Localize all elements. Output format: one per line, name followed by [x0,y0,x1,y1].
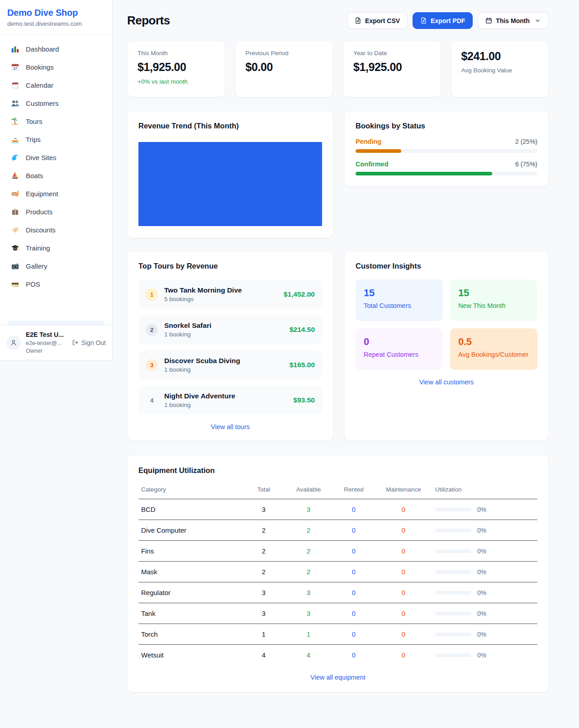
utilization-bar-track [435,508,471,511]
rented-cell: 0 [333,499,375,520]
table-row: BCD 3 3 0 0 0% [138,499,537,520]
tour-name: Discover Scuba Diving [164,357,240,365]
status-label: Confirmed [356,161,389,168]
utilization-cell: 0% [432,624,537,645]
view-all-equipment-link[interactable]: View all equipment [138,674,537,681]
status-bar-fill [356,149,401,153]
user-name: E2E Test U... [26,331,64,339]
category-cell: Dive Computer [138,520,243,541]
sidebar-item-label: Boats [26,172,43,180]
insight-tile-new-this-month: 15 New This Month [450,279,537,321]
sidebar-item-bookings[interactable]: 17 Bookings [5,58,107,76]
period-dropdown[interactable]: This Month [478,12,549,29]
status-bar-fill [356,172,492,175]
sidebar-item-pos[interactable]: POS [5,275,107,293]
export-csv-button[interactable]: Export CSV [347,12,408,29]
stat-value: $241.00 [461,50,539,63]
sign-out-label: Sign Out [81,339,106,346]
maintenance-cell: 0 [375,541,432,562]
utilization-cell: 0% [432,582,537,603]
category-cell: Torch [138,624,243,645]
sidebar-item-equipment[interactable]: Equipment [5,184,107,203]
sidebar: Demo Dive Shop demo.test.divestreams.com… [0,0,113,360]
user-section: E2E Test U... e2e-tester@... Owner Sign … [0,325,112,360]
equipment-utilization-title: Equipment Utilization [138,466,537,475]
equipment-utilization-card: Equipment Utilization Category Total Ava… [127,455,549,692]
graduation-cap-icon [10,243,20,252]
total-cell: 3 [243,603,284,624]
tile-label: Avg Bookings/Customer [458,351,529,358]
utilization-percent: 0% [477,652,486,659]
utilization-cell: 0% [432,541,537,562]
sidebar-item-gallery[interactable]: Gallery [5,257,107,275]
file-download-icon [420,17,427,24]
rented-cell: 0 [333,582,375,603]
user-email: e2e-tester@... [26,340,64,347]
revenue-trend-title: Revenue Trend (This Month) [138,122,322,130]
utilization-cell: 0% [432,520,537,541]
sidebar-item-dive-sites[interactable]: Dive Sites [5,148,107,166]
stat-label: Year to Date [353,50,431,57]
camera-icon [10,261,20,270]
sidebar-item-boats[interactable]: Boats [5,166,107,184]
category-cell: Mask [138,562,243,582]
utilization-percent: 0% [477,548,486,555]
sidebar-item-trips[interactable]: Trips [5,130,107,148]
export-pdf-button[interactable]: Export PDF [413,12,473,29]
header-actions: Export CSV Export PDF This Month [347,12,549,29]
tour-bookings: 5 bookings [164,296,242,303]
stat-card-previous-period: Previous Period $0.00 [235,41,333,97]
sidebar-item-products[interactable]: Products [5,203,107,221]
available-cell: 2 [284,520,333,541]
person-icon [10,339,17,346]
category-cell: Tank [138,603,243,624]
sidebar-item-label: Discounts [26,226,56,234]
insights-row: Top Tours by Revenue 1 Two Tank Morning … [127,251,549,441]
top-tours-title: Top Tours by Revenue [138,262,322,270]
stat-change: +0% vs last month [138,78,215,85]
tile-label: Total Customers [364,302,435,309]
page-header: Reports Export CSV Export PDF This Month [127,12,549,29]
sidebar-item-customers[interactable]: Customers [5,94,107,112]
table-row: Dive Computer 2 2 0 0 0% [138,520,537,541]
stat-card-this-month: This Month $1,925.00 +0% vs last month [127,41,225,97]
package-icon [10,207,20,216]
insight-tile-avg-bookings: 0.5 Avg Bookings/Customer [450,328,537,370]
sidebar-item-label: Tours [26,118,43,125]
view-all-customers-link[interactable]: View all customers [356,378,537,386]
sidebar-item-label: Trips [26,136,41,143]
insight-grid: 15 Total Customers 15 New This Month 0 R… [356,279,537,370]
logout-icon [72,339,79,346]
column-header-total: Total [243,482,284,499]
maintenance-cell: 0 [375,645,432,666]
tour-revenue: $214.50 [290,326,315,334]
total-cell: 1 [243,624,284,645]
status-bar-track [356,172,537,175]
maintenance-cell: 0 [375,520,432,541]
tour-bookings: 1 booking [164,331,211,338]
sidebar-item-discounts[interactable]: Discounts [5,221,107,239]
sidebar-item-training[interactable]: Training [5,239,107,257]
sidebar-item-dashboard[interactable]: Dashboard [5,40,107,58]
table-row: Fins 2 2 0 0 0% [138,541,537,562]
status-value: 6 (75%) [515,161,537,168]
table-row: Tank 3 3 0 0 0% [138,603,537,624]
total-cell: 2 [243,541,284,562]
sidebar-item-tours[interactable]: Tours [5,112,107,130]
sign-out-button[interactable]: Sign Out [72,339,106,346]
svg-text:17: 17 [13,66,17,71]
rented-cell: 0 [333,562,375,582]
view-all-tours-link[interactable]: View all tours [138,423,322,430]
charts-row: Revenue Trend (This Month) Bookings by S… [127,111,549,238]
tour-row: 1 Two Tank Morning Dive 5 bookings $1,45… [138,280,322,309]
tile-value: 15 [458,287,529,299]
utilization-cell: 0% [432,603,537,624]
tour-revenue: $93.50 [294,396,315,404]
tour-row: 2 Snorkel Safari 1 booking $214.50 [138,315,322,344]
stat-value: $0.00 [246,61,323,74]
column-header-utilization: Utilization [432,482,537,499]
sidebar-item-label: Bookings [26,63,54,71]
sidebar-item-calendar[interactable]: Calendar [5,76,107,94]
revenue-trend-bar [138,142,322,226]
stat-card-avg-booking-value: $241.00 Avg Booking Value [451,41,549,97]
